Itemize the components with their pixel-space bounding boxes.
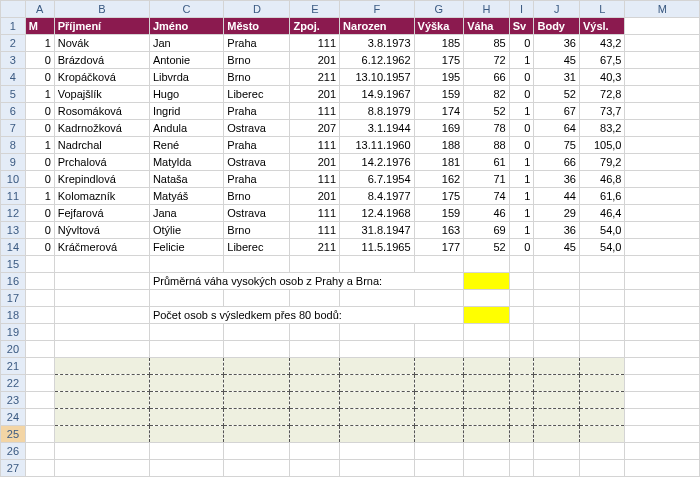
col-header-F[interactable]: F: [340, 1, 414, 18]
cell-12-vaha[interactable]: 46: [464, 205, 509, 222]
cell-14-M[interactable]: [625, 239, 700, 256]
cell-12-jm[interactable]: Jana: [149, 205, 223, 222]
dotted-cell-25-9[interactable]: [534, 426, 579, 443]
cell-7-prij[interactable]: Kadrnožková: [54, 120, 149, 137]
cell-26-11[interactable]: [625, 443, 700, 460]
cell-11-prij[interactable]: Kolomazník: [54, 188, 149, 205]
row-header-25[interactable]: 25: [1, 426, 26, 443]
cell-4-prij[interactable]: Kropáčková: [54, 69, 149, 86]
cell-2-M[interactable]: [625, 35, 700, 52]
dotted-cell-21-1[interactable]: [54, 358, 149, 375]
cell-20-7[interactable]: [464, 341, 509, 358]
cell-9-zpoj[interactable]: 201: [290, 154, 340, 171]
cell-26-9[interactable]: [534, 443, 579, 460]
cell-13-zpoj[interactable]: 111: [290, 222, 340, 239]
cell-27-1[interactable]: [54, 460, 149, 477]
row-header-26[interactable]: 26: [1, 443, 26, 460]
col-header-J[interactable]: J: [534, 1, 579, 18]
cell-9-nar[interactable]: 14.2.1976: [340, 154, 414, 171]
dotted-cell-22-9[interactable]: [534, 375, 579, 392]
yellow-cell-18[interactable]: [464, 307, 509, 324]
dotted-cell-21-7[interactable]: [464, 358, 509, 375]
cell-14-vaha[interactable]: 52: [464, 239, 509, 256]
cell-15-1[interactable]: [54, 256, 149, 273]
cell-7-mesto[interactable]: Ostrava: [224, 120, 290, 137]
cell-7-jm[interactable]: Andula: [149, 120, 223, 137]
cell-26-10[interactable]: [579, 443, 624, 460]
cell-18-J[interactable]: [534, 307, 579, 324]
cell-19-10[interactable]: [579, 324, 624, 341]
dotted-cell-21-3[interactable]: [224, 358, 290, 375]
dotted-cell-24-4[interactable]: [290, 409, 340, 426]
cell-10-jm[interactable]: Nataša: [149, 171, 223, 188]
cell-19-9[interactable]: [534, 324, 579, 341]
cell-8-vaha[interactable]: 88: [464, 137, 509, 154]
dotted-cell-23-3[interactable]: [224, 392, 290, 409]
cell-13-vysl[interactable]: 54,0: [579, 222, 624, 239]
cell-27-2[interactable]: [149, 460, 223, 477]
cell-9-vaha[interactable]: 61: [464, 154, 509, 171]
cell-20-4[interactable]: [290, 341, 340, 358]
cell-8-M[interactable]: 1: [25, 137, 54, 154]
cell-10-body[interactable]: 36: [534, 171, 579, 188]
dotted-cell-24-1[interactable]: [54, 409, 149, 426]
cell-11-M[interactable]: [625, 188, 700, 205]
cell-17-9[interactable]: [534, 290, 579, 307]
cell-5-jm[interactable]: Hugo: [149, 86, 223, 103]
cell-7-body[interactable]: 64: [534, 120, 579, 137]
cell-2-zpoj[interactable]: 111: [290, 35, 340, 52]
cell-4-M[interactable]: 0: [25, 69, 54, 86]
cell-19-8[interactable]: [509, 324, 534, 341]
cell-7-vyska[interactable]: 169: [414, 120, 464, 137]
cell-21-A[interactable]: [25, 358, 54, 375]
cell-11-M[interactable]: 1: [25, 188, 54, 205]
cell-17-8[interactable]: [509, 290, 534, 307]
cell-6-vaha[interactable]: 52: [464, 103, 509, 120]
cell-4-nar[interactable]: 13.10.1957: [340, 69, 414, 86]
dotted-cell-21-5[interactable]: [340, 358, 414, 375]
cell-3-jm[interactable]: Antonie: [149, 52, 223, 69]
cell-7-zpoj[interactable]: 207: [290, 120, 340, 137]
cell-14-vysl[interactable]: 54,0: [579, 239, 624, 256]
dotted-cell-21-2[interactable]: [149, 358, 223, 375]
cell-15-2[interactable]: [149, 256, 223, 273]
cell-10-mesto[interactable]: Praha: [224, 171, 290, 188]
cell-9-vysl[interactable]: 79,2: [579, 154, 624, 171]
dotted-cell-22-8[interactable]: [509, 375, 534, 392]
cell-27-10[interactable]: [579, 460, 624, 477]
cell-16-B[interactable]: [54, 273, 149, 290]
cell-6-zpoj[interactable]: 111: [290, 103, 340, 120]
cell-6-sv[interactable]: 1: [509, 103, 534, 120]
col-header-M[interactable]: M: [625, 1, 700, 18]
cell-20-10[interactable]: [579, 341, 624, 358]
cell-16-J[interactable]: [534, 273, 579, 290]
dotted-cell-25-1[interactable]: [54, 426, 149, 443]
row-header-19[interactable]: 19: [1, 324, 26, 341]
cell-8-vyska[interactable]: 188: [414, 137, 464, 154]
cell-12-sv[interactable]: 1: [509, 205, 534, 222]
cell-2-nar[interactable]: 3.8.1973: [340, 35, 414, 52]
spreadsheet-grid[interactable]: ABCDEFGHIJLM1MPříjmeníJménoMěstoZpoj.Nar…: [0, 0, 700, 477]
cell-4-M[interactable]: [625, 69, 700, 86]
dotted-cell-23-7[interactable]: [464, 392, 509, 409]
cell-2-jm[interactable]: Jan: [149, 35, 223, 52]
dotted-cell-23-5[interactable]: [340, 392, 414, 409]
cell-21-M[interactable]: [625, 358, 700, 375]
cell-5-prij[interactable]: Vopajšlík: [54, 86, 149, 103]
header-cell-L[interactable]: Výsl.: [579, 18, 624, 35]
dotted-cell-24-9[interactable]: [534, 409, 579, 426]
dotted-cell-24-10[interactable]: [579, 409, 624, 426]
dotted-cell-22-2[interactable]: [149, 375, 223, 392]
dotted-cell-21-6[interactable]: [414, 358, 464, 375]
col-header-A[interactable]: A: [25, 1, 54, 18]
cell-27-0[interactable]: [25, 460, 54, 477]
dotted-cell-24-8[interactable]: [509, 409, 534, 426]
col-header-B[interactable]: B: [54, 1, 149, 18]
cell-2-mesto[interactable]: Praha: [224, 35, 290, 52]
cell-6-prij[interactable]: Rosomáková: [54, 103, 149, 120]
cell-18-B[interactable]: [54, 307, 149, 324]
cell-4-body[interactable]: 31: [534, 69, 579, 86]
cell-14-zpoj[interactable]: 211: [290, 239, 340, 256]
cell-15-0[interactable]: [25, 256, 54, 273]
cell-15-6[interactable]: [414, 256, 464, 273]
